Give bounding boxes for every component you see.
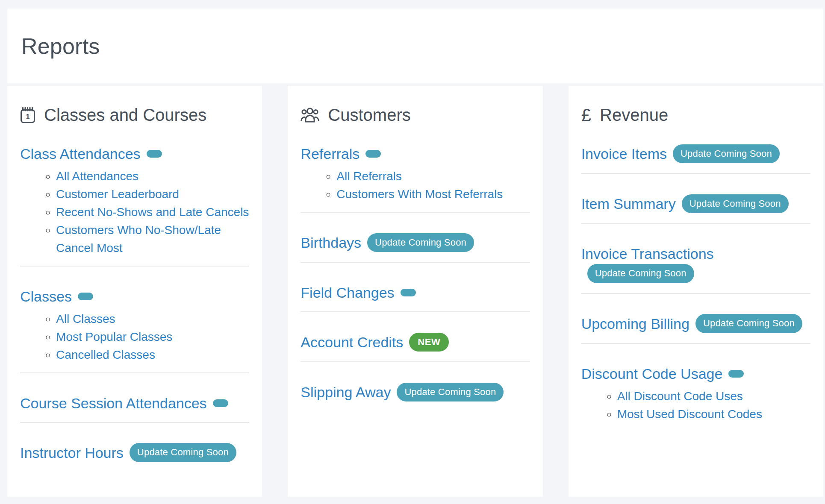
- report-sub-item: Most Used Discount Codes: [617, 405, 810, 423]
- divider: [20, 422, 249, 423]
- report-link[interactable]: Item Summary: [581, 196, 676, 212]
- divider: [581, 343, 810, 344]
- report-link[interactable]: Referrals: [301, 146, 359, 162]
- reports-page: Reports 1 Classes and Courses Class Atte…: [0, 0, 825, 504]
- report-sub-item: All Attendances: [56, 167, 249, 185]
- report-group: Account CreditsNEW: [301, 333, 530, 353]
- report-link[interactable]: Discount Code Usage: [581, 366, 723, 382]
- report-heading: Field Changes: [301, 283, 530, 303]
- report-group: Invoice ItemsUpdate Coming Soon: [581, 144, 810, 164]
- report-sub-link[interactable]: Customers With Most Referrals: [336, 188, 503, 201]
- report-sub-link[interactable]: All Classes: [56, 312, 115, 325]
- update-coming-soon-badge: Update Coming Soon: [367, 233, 474, 252]
- people-icon: [301, 107, 319, 123]
- calendar-icon: 1: [20, 107, 35, 124]
- report-heading: Class Attendances: [20, 144, 249, 164]
- report-link[interactable]: Upcoming Billing: [581, 316, 689, 332]
- report-sub-link[interactable]: Recent No-Shows and Late Cancels: [56, 205, 249, 219]
- report-heading: Upcoming BillingUpdate Coming Soon: [581, 314, 810, 334]
- report-heading: Course Session Attendances: [20, 394, 249, 413]
- report-group: Upcoming BillingUpdate Coming Soon: [581, 314, 810, 334]
- report-heading: Discount Code Usage: [581, 364, 810, 384]
- report-group: Item SummaryUpdate Coming Soon: [581, 194, 810, 214]
- report-link[interactable]: Birthdays: [301, 234, 361, 251]
- report-sub-links: All ClassesMost Popular ClassesCancelled…: [20, 310, 249, 364]
- report-sub-links: All AttendancesCustomer LeaderboardRecen…: [20, 167, 249, 257]
- report-link[interactable]: Account Credits: [301, 334, 403, 350]
- report-group: Class Attendances All AttendancesCustome…: [20, 144, 249, 257]
- report-sub-link[interactable]: Most Used Discount Codes: [617, 407, 762, 421]
- report-link[interactable]: Class Attendances: [20, 146, 141, 162]
- report-heading: Classes: [20, 287, 249, 307]
- page-header: Reports: [7, 9, 823, 83]
- divider: [581, 293, 810, 294]
- report-sub-link[interactable]: Most Popular Classes: [56, 330, 172, 343]
- update-coming-soon-badge: Update Coming Soon: [397, 383, 504, 401]
- category-header: Customers: [301, 105, 530, 125]
- report-group: Course Session Attendances: [20, 394, 249, 413]
- report-heading: Instructor HoursUpdate Coming Soon: [20, 443, 249, 463]
- report-sub-item: Customers Who No-Show/Late Cancel Most: [56, 221, 249, 257]
- report-category-card-revenue: £ Revenue Invoice ItemsUpdate Coming Soo…: [569, 86, 823, 497]
- category-title: Classes and Courses: [44, 105, 206, 125]
- report-heading: Referrals: [301, 144, 530, 164]
- report-group: Instructor HoursUpdate Coming Soon: [20, 443, 249, 463]
- report-group: Slipping AwayUpdate Coming Soon: [301, 383, 530, 403]
- report-heading: Item SummaryUpdate Coming Soon: [581, 194, 810, 214]
- report-sub-link[interactable]: All Discount Code Uses: [617, 390, 743, 403]
- category-header: £ Revenue: [581, 105, 810, 125]
- report-group: Classes All ClassesMost Popular ClassesC…: [20, 287, 249, 364]
- update-coming-soon-badge: Update Coming Soon: [695, 314, 802, 333]
- divider: [581, 173, 810, 174]
- report-sub-item: Recent No-Shows and Late Cancels: [56, 203, 249, 221]
- divider: [20, 372, 249, 373]
- new-badge: NEW: [409, 333, 449, 352]
- pound-icon: £: [581, 106, 591, 124]
- report-sub-item: Most Popular Classes: [56, 328, 249, 346]
- update-coming-soon-badge: Update Coming Soon: [673, 144, 780, 163]
- report-link[interactable]: Invoice Transactions: [581, 246, 714, 262]
- report-sub-item: All Discount Code Uses: [617, 387, 810, 405]
- report-sub-link[interactable]: All Referrals: [336, 170, 401, 183]
- category-title: Customers: [328, 105, 410, 125]
- update-coming-soon-badge: Update Coming Soon: [130, 443, 236, 462]
- report-sub-links: All ReferralsCustomers With Most Referra…: [301, 167, 530, 203]
- divider: [301, 212, 530, 213]
- report-heading: Invoice TransactionsUpdate Coming Soon: [581, 244, 810, 284]
- page-title: Reports: [21, 33, 100, 59]
- report-sub-link[interactable]: All Attendances: [56, 170, 138, 183]
- report-sub-item: Customer Leaderboard: [56, 185, 249, 203]
- svg-text:1: 1: [26, 112, 29, 120]
- report-group-list: Invoice ItemsUpdate Coming Soon Item Sum…: [581, 144, 810, 423]
- report-group: Referrals All ReferralsCustomers With Mo…: [301, 144, 530, 203]
- report-link[interactable]: Slipping Away: [301, 384, 391, 400]
- report-link[interactable]: Instructor Hours: [20, 445, 124, 461]
- report-group: BirthdaysUpdate Coming Soon: [301, 233, 530, 253]
- report-sub-link[interactable]: Customers Who No-Show/Late Cancel Most: [56, 223, 221, 255]
- divider: [581, 223, 810, 224]
- divider: [301, 311, 530, 312]
- report-sub-link[interactable]: Customer Leaderboard: [56, 188, 179, 201]
- report-heading: BirthdaysUpdate Coming Soon: [301, 233, 530, 253]
- report-link[interactable]: Course Session Attendances: [20, 395, 207, 411]
- divider: [301, 361, 530, 362]
- report-group: Discount Code Usage All Discount Code Us…: [581, 364, 810, 423]
- report-heading: Invoice ItemsUpdate Coming Soon: [581, 144, 810, 164]
- report-category-columns: 1 Classes and Courses Class Attendances …: [7, 86, 823, 497]
- report-sub-item: All Referrals: [336, 167, 530, 185]
- report-group: Invoice TransactionsUpdate Coming Soon: [581, 244, 810, 284]
- report-sub-item: Customers With Most Referrals: [336, 185, 530, 203]
- report-sub-links: All Discount Code UsesMost Used Discount…: [581, 387, 810, 423]
- report-link[interactable]: Classes: [20, 288, 72, 305]
- update-coming-soon-badge: Update Coming Soon: [587, 264, 694, 283]
- report-category-card-classes-and-courses: 1 Classes and Courses Class Attendances …: [7, 86, 262, 497]
- divider: [20, 266, 249, 267]
- report-sub-item: All Classes: [56, 310, 249, 328]
- category-title: Revenue: [600, 105, 668, 125]
- category-header: 1 Classes and Courses: [20, 105, 249, 125]
- report-heading: Account CreditsNEW: [301, 333, 530, 353]
- report-category-card-customers: Customers Referrals All ReferralsCustome…: [288, 86, 542, 497]
- report-link[interactable]: Invoice Items: [581, 146, 667, 162]
- report-sub-link[interactable]: Cancelled Classes: [56, 348, 155, 361]
- report-link[interactable]: Field Changes: [301, 284, 394, 301]
